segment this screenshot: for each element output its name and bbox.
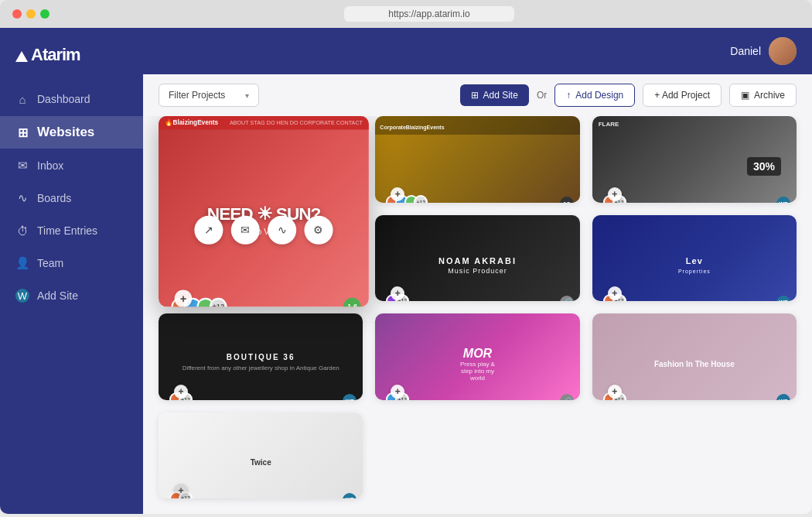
card-thumbnail-music: MOR Press play &step into myworld + +12 … [375,313,579,400]
card-thumbnail-fashion-house: Fashion In The House + +12 WP [592,313,797,400]
music-title: MOR [460,347,495,361]
browser-url-bar[interactable]: https://app.atarim.io [344,6,514,22]
projects-grid: 🔥BlaizingEvents ABOUT STAG DO HEN DO COR… [143,116,812,514]
add-project-button[interactable]: + Add Project [643,84,722,107]
badge-jewel: WP [343,394,357,400]
card-avatars: + +12 [166,298,222,306]
logo-icon [15,51,28,62]
badge-prod: 🔗 [560,296,574,302]
archive-icon: ▣ [741,90,749,101]
inbox-icon: ✉ [15,159,29,173]
archive-button[interactable]: ▣ Archive [729,84,797,107]
sidebar: Atarim ⌂ Dashboard ⊞ Websites ✉ Inbox ∿ … [0,28,143,514]
project-card-fashion-guru[interactable]: FLARE + +12 WP 30% Fashion Guru In Style… [592,116,797,203]
project-card-producing[interactable]: NOAM AKRABIMusic Producer + +12 🔗 Produc… [375,215,579,302]
add-button-fashion[interactable]: + [608,187,622,201]
sidebar-item-websites[interactable]: ⊞ Websites [0,116,143,149]
corporate-logo: CorporateBlaizingEvents [380,125,444,130]
sidebar-item-label: Dashboard [37,93,90,105]
main-content: Daniel Filter Projects ▾ ⊞ Add Site Or ↑… [143,28,812,514]
card-thumbnail-gut: Twice + +12 WP [159,413,363,499]
add-design-label: Add Design [575,90,623,101]
add-button-gut[interactable]: + [174,484,188,498]
upload-icon: ↑ [566,90,571,101]
card-badge-blazing: 1.6 [343,298,361,306]
browser-dots [12,9,49,19]
team-icon: 👤 [15,256,29,270]
add-button-fh[interactable]: + [608,385,622,399]
blazing-header: 🔥BlaizingEvents ABOUT STAG DO HEN DO COR… [159,116,369,130]
card-avatars-fashion: + +12 [600,195,622,203]
badge-gut: WP [343,493,357,499]
sidebar-item-label: Inbox [37,159,63,172]
add-button-jewel[interactable]: + [174,385,188,399]
sidebar-item-inbox[interactable]: ✉ Inbox [0,150,143,181]
add-collaborator-button[interactable]: + [175,290,193,307]
project-card-fashion-house[interactable]: Fashion In The House + +12 WP Fashion In… [592,313,797,400]
home-icon: ⌂ [15,92,29,106]
avatar-count-corp: +12 [414,195,428,203]
header-user: Daniel [730,37,797,65]
fashion-house-text: Fashion In The House [654,360,735,368]
card-thumbnail-londonlet: LevProperties + +12 WP [592,215,797,302]
sidebar-item-label: Websites [37,125,94,140]
project-card-fine-jewellery[interactable]: BOUTIQUE 36 Different from any other jew… [159,313,363,400]
sidebar-item-label: Add Site [37,289,78,302]
project-card-corporate[interactable]: CorporateBlaizingEvents Team Building & … [375,116,579,203]
filter-projects-select[interactable]: Filter Projects ▾ [159,84,259,107]
or-label: Or [537,90,547,101]
sidebar-item-add-site[interactable]: W Add Site [0,280,143,311]
badge-london: WP [776,296,790,302]
add-button-prod[interactable]: + [391,286,404,300]
project-card-londonlet[interactable]: LevProperties + +12 WP Londonlet Propert… [592,215,797,302]
card-avatars-jewel: + +12 [166,392,188,400]
sidebar-item-team[interactable]: 👤 Team [0,248,143,279]
sidebar-item-label: Team [37,257,63,269]
card-action-buttons: ↗ ✉ ∿ ⚙ [195,216,333,245]
add-site-label: Add Site [483,90,518,101]
sidebar-logo: Atarim [0,28,143,84]
card-thumbnail-jewel: BOUTIQUE 36 Different from any other jew… [159,313,363,400]
gut-text: Twice [251,458,271,467]
sidebar-item-time-entries[interactable]: ⏱ Time Entries [0,215,143,246]
toolbar: Filter Projects ▾ ⊞ Add Site Or ↑ Add De… [143,74,812,116]
sidebar-item-boards[interactable]: ∿ Boards [0,183,143,214]
sidebar-item-label: Boards [37,192,71,204]
card-avatars-corp: + +12 [383,195,423,203]
email-action[interactable]: ✉ [231,216,260,245]
badge-fashion: WP [776,197,790,203]
analytics-action[interactable]: ∿ [268,216,296,245]
dot-red [12,9,22,19]
browser-chrome: https://app.atarim.io [0,0,812,28]
noam-text: NOAM AKRABIMusic Producer [438,256,517,275]
badge-fh: WP [776,394,790,400]
card-thumbnail-producing: NOAM AKRABIMusic Producer + +12 🔗 [375,215,579,302]
dot-green [40,9,49,19]
user-name: Daniel [730,45,761,57]
share-action[interactable]: ↗ [195,216,223,245]
settings-action[interactable]: ⚙ [305,216,333,245]
wordpress-icon: W [15,289,29,303]
music-subtitle: Press play &step into myworld [460,361,495,382]
blazing-nav: ABOUT STAG DO HEN DO CORPORATE CONTACT [230,120,363,125]
sidebar-navigation: ⌂ Dashboard ⊞ Websites ✉ Inbox ∿ Boards … [0,84,143,311]
archive-label: Archive [754,90,785,101]
chevron-down-icon: ▾ [245,91,249,100]
music-text: MOR Press play &step into myworld [460,347,495,382]
londonlet-text: LevProperties [678,256,711,275]
sidebar-item-label: Time Entries [37,224,97,237]
boards-icon: ∿ [15,191,29,205]
add-site-button[interactable]: ⊞ Add Site [460,84,529,106]
top-header: Daniel [143,28,812,74]
card-thumbnail-fashion: FLARE + +12 WP 30% [592,116,797,203]
card-avatars-prod: + +12 [383,294,404,302]
add-design-button[interactable]: ↑ Add Design [554,84,635,107]
project-card-music[interactable]: MOR Press play &step into myworld + +12 … [375,313,579,400]
blazing-logo-text: 🔥BlaizingEvents [165,119,218,126]
add-button-london[interactable]: + [608,286,622,300]
sidebar-item-dashboard[interactable]: ⌂ Dashboard [0,84,143,115]
avatar-image [769,37,797,65]
project-card-blazing[interactable]: 🔥BlaizingEvents ABOUT STAG DO HEN DO COR… [159,116,369,306]
card-thumbnail-corporate: CorporateBlaizingEvents Team Building & … [375,116,579,203]
project-card-gut[interactable]: Twice + +12 WP Go With Your Gut https://… [159,413,363,499]
